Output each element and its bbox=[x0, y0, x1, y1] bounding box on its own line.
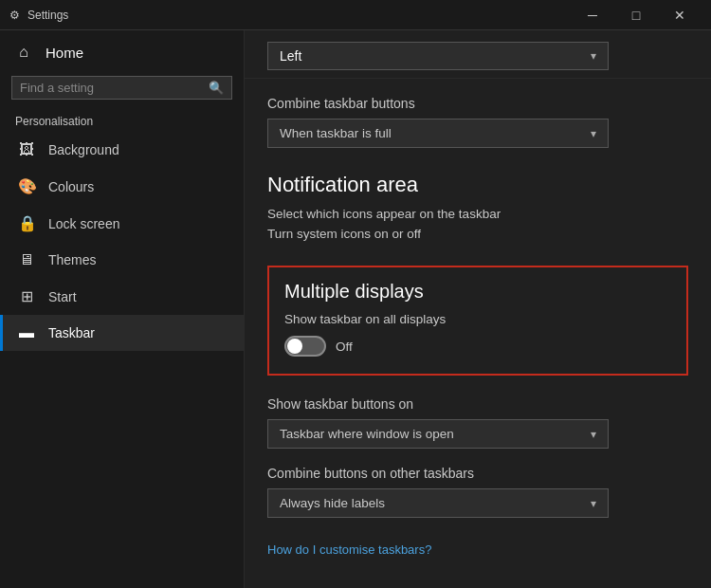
search-input[interactable] bbox=[20, 81, 209, 95]
sidebar-item-lock-label: Lock screen bbox=[48, 216, 119, 231]
background-icon: 🖼 bbox=[18, 141, 35, 158]
title-bar: ⚙ Settings ─ □ ✕ bbox=[0, 0, 711, 30]
settings-icon: ⚙ bbox=[9, 9, 20, 22]
title-bar-left: ⚙ Settings bbox=[9, 9, 68, 22]
sidebar-item-taskbar-label: Taskbar bbox=[48, 325, 95, 340]
show-taskbar-buttons-chevron: ▾ bbox=[591, 428, 596, 441]
toggle-knob bbox=[287, 339, 302, 354]
sidebar-section-label: Personalisation bbox=[0, 109, 244, 132]
colours-icon: 🎨 bbox=[18, 177, 35, 195]
minimize-button[interactable]: ─ bbox=[571, 0, 614, 30]
combine-taskbar-chevron: ▾ bbox=[591, 127, 596, 140]
sidebar-home-button[interactable]: ⌂ Home bbox=[0, 34, 244, 70]
notification-icons-link[interactable]: Select which icons appear on the taskbar bbox=[267, 207, 688, 221]
combine-other-taskbars-section: Combine buttons on other taskbars Always… bbox=[245, 456, 711, 525]
taskbar-icon: ▬ bbox=[18, 324, 35, 341]
combine-other-taskbars-value: Always hide labels bbox=[280, 496, 385, 510]
sidebar-item-background[interactable]: 🖼 Background bbox=[0, 132, 244, 168]
show-taskbar-toggle[interactable] bbox=[284, 336, 326, 357]
top-dropdown-row: Left ▾ bbox=[245, 30, 711, 79]
title-bar-title: Settings bbox=[27, 9, 68, 22]
sidebar-item-themes-label: Themes bbox=[48, 252, 97, 267]
combine-other-taskbars-dropdown[interactable]: Always hide labels ▾ bbox=[267, 488, 609, 518]
maximize-button[interactable]: □ bbox=[614, 0, 658, 30]
show-taskbar-all-displays-label: Show taskbar on all displays bbox=[284, 312, 671, 326]
combine-other-taskbars-label: Combine buttons on other taskbars bbox=[267, 466, 688, 481]
combine-taskbar-label: Combine taskbar buttons bbox=[267, 96, 688, 111]
show-taskbar-buttons-dropdown[interactable]: Taskbar where window is open ▾ bbox=[267, 419, 609, 449]
combine-taskbar-dropdown[interactable]: When taskbar is full ▾ bbox=[267, 119, 609, 148]
sidebar-item-colours-label: Colours bbox=[48, 179, 94, 194]
toggle-row: Off bbox=[284, 336, 671, 357]
sidebar-item-lock-screen[interactable]: 🔒 Lock screen bbox=[0, 205, 244, 242]
notification-area-title: Notification area bbox=[267, 173, 688, 197]
sidebar-item-themes[interactable]: 🖥 Themes bbox=[0, 242, 244, 278]
app-container: ⌂ Home 🔍 Personalisation 🖼 Background 🎨 … bbox=[0, 30, 711, 588]
close-button[interactable]: ✕ bbox=[658, 0, 702, 30]
show-taskbar-buttons-section: Show taskbar buttons on Taskbar where wi… bbox=[245, 387, 711, 456]
themes-icon: 🖥 bbox=[18, 251, 35, 268]
top-dropdown-chevron: ▾ bbox=[591, 49, 596, 63]
home-icon: ⌂ bbox=[15, 44, 32, 61]
multiple-displays-title: Multiple displays bbox=[284, 281, 671, 303]
system-icons-link[interactable]: Turn system icons on or off bbox=[267, 227, 688, 241]
show-taskbar-buttons-value: Taskbar where window is open bbox=[280, 427, 454, 441]
start-icon: ⊞ bbox=[18, 287, 35, 305]
sidebar-item-start-label: Start bbox=[48, 289, 77, 304]
lock-icon: 🔒 bbox=[18, 214, 35, 232]
toggle-state-label: Off bbox=[336, 340, 353, 354]
notification-area-section: Notification area Select which icons app… bbox=[245, 156, 711, 254]
multiple-displays-box: Multiple displays Show taskbar on all di… bbox=[267, 266, 688, 376]
combine-other-taskbars-chevron: ▾ bbox=[591, 497, 596, 510]
sidebar-item-taskbar[interactable]: ▬ Taskbar bbox=[0, 315, 244, 351]
sidebar-item-colours[interactable]: 🎨 Colours bbox=[0, 168, 244, 205]
search-icon: 🔍 bbox=[209, 81, 224, 95]
search-box[interactable]: 🔍 bbox=[11, 76, 232, 100]
combine-taskbar-section: Combine taskbar buttons When taskbar is … bbox=[245, 79, 711, 156]
help-link[interactable]: How do I customise taskbars? bbox=[245, 525, 711, 574]
combine-taskbar-value: When taskbar is full bbox=[280, 126, 392, 140]
sidebar: ⌂ Home 🔍 Personalisation 🖼 Background 🎨 … bbox=[0, 30, 245, 588]
show-taskbar-buttons-label: Show taskbar buttons on bbox=[267, 396, 688, 412]
title-bar-controls: ─ □ ✕ bbox=[571, 0, 702, 30]
top-position-dropdown[interactable]: Left ▾ bbox=[267, 42, 609, 70]
sidebar-item-background-label: Background bbox=[48, 142, 119, 157]
home-label: Home bbox=[46, 45, 83, 61]
top-position-value: Left bbox=[280, 48, 301, 64]
main-content: Left ▾ Combine taskbar buttons When task… bbox=[245, 30, 711, 588]
sidebar-item-start[interactable]: ⊞ Start bbox=[0, 278, 244, 315]
